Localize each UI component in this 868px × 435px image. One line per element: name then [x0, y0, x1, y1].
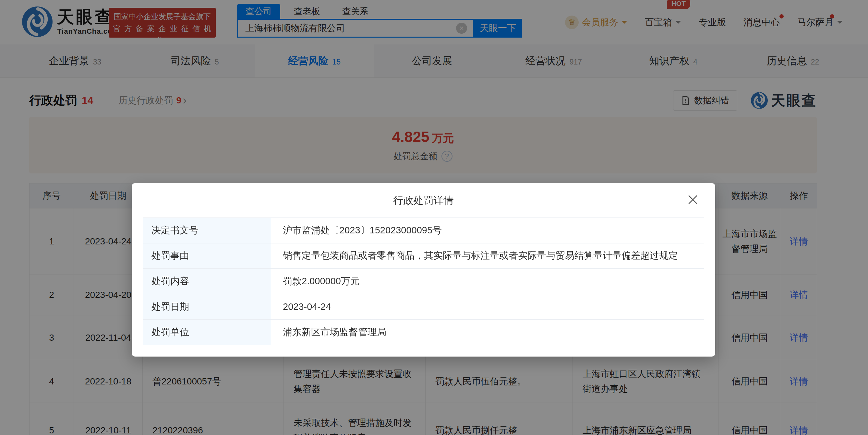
modal-close-icon[interactable] — [687, 194, 699, 205]
modal-row-value: 浦东新区市场监督管理局 — [271, 320, 704, 345]
modal-row-label: 处罚日期 — [143, 294, 271, 320]
modal-row-value: 销售定量包装商品或者零售商品，其实际量与标注量或者实际量与贸易结算量计量偏差超过… — [271, 243, 704, 269]
modal-title: 行政处罚详情 — [132, 183, 715, 207]
modal-row-label: 处罚单位 — [143, 320, 271, 345]
modal-row: 处罚单位 浦东新区市场监督管理局 — [143, 320, 704, 345]
modal-row: 处罚内容 罚款2.000000万元 — [143, 269, 704, 294]
modal-row-label: 处罚内容 — [143, 269, 271, 294]
modal-row: 处罚事由 销售定量包装商品或者零售商品，其实际量与标注量或者实际量与贸易结算量计… — [143, 243, 704, 269]
modal-row: 决定书文号 沪市监浦处〔2023〕152023000095号 — [143, 218, 704, 243]
modal-row-value: 罚款2.000000万元 — [271, 269, 704, 294]
modal-row-value: 沪市监浦处〔2023〕152023000095号 — [271, 218, 704, 243]
modal-row-label: 决定书文号 — [143, 218, 271, 243]
modal-row: 处罚日期 2023-04-24 — [143, 294, 704, 320]
modal-row-label: 处罚事由 — [143, 243, 271, 269]
penalty-detail-modal: 行政处罚详情 决定书文号 沪市监浦处〔2023〕152023000095号 处罚… — [132, 183, 715, 357]
modal-detail-table: 决定书文号 沪市监浦处〔2023〕152023000095号 处罚事由 销售定量… — [143, 218, 704, 345]
modal-row-value: 2023-04-24 — [271, 294, 704, 320]
